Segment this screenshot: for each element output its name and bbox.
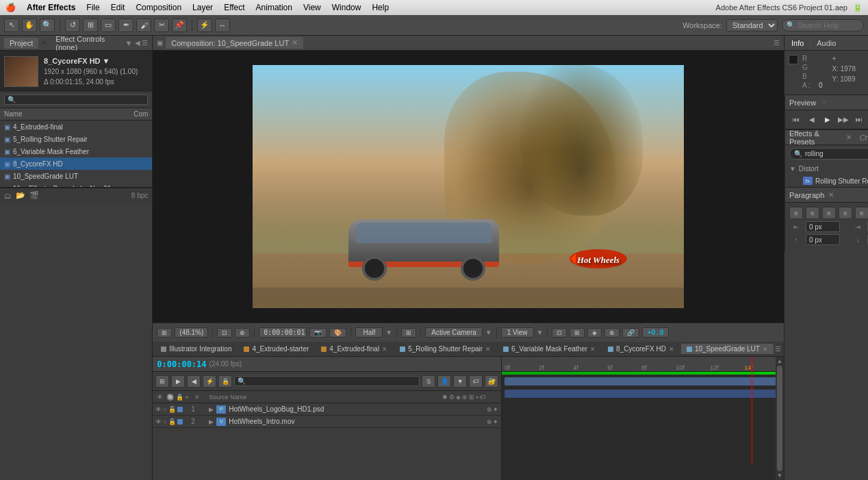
menu-effect[interactable]: Effect	[224, 3, 244, 12]
track-fx-btn[interactable]: ✦	[493, 418, 498, 425]
ctab-4-final[interactable]: 4_Extruded-final ✕	[316, 344, 393, 354]
menu-animation[interactable]: Animation	[256, 3, 292, 12]
justify-center-btn[interactable]: ≡	[855, 207, 868, 219]
file-item-4-extruded-final[interactable]: ▣ 4_Extruded-final	[0, 121, 152, 133]
tl-btn-lock[interactable]: 🔐	[485, 375, 498, 388]
ctab-illustrator[interactable]: Illustrator Integration	[155, 344, 237, 354]
ctab-close[interactable]: ✕	[763, 346, 768, 353]
viewer-btn-c[interactable]: ◈	[587, 328, 602, 338]
tool-rotate[interactable]: ↺	[65, 18, 80, 32]
tool-zoom[interactable]: 🔍	[40, 18, 55, 32]
tl-search-input[interactable]	[234, 376, 420, 386]
track-transform-btn[interactable]: ⊕	[487, 418, 492, 425]
align-right-btn[interactable]: ≡	[822, 207, 836, 219]
playhead[interactable]	[752, 357, 752, 464]
tl-btn-label[interactable]: 🏷	[469, 375, 483, 388]
ctab-4-starter[interactable]: 4_Extruded-starter	[238, 344, 314, 354]
project-search-input[interactable]	[4, 94, 148, 105]
viewer-fit-btn[interactable]: ⊡	[217, 328, 232, 338]
search-input[interactable]	[797, 21, 859, 29]
tl-bar-1[interactable]	[505, 377, 781, 386]
scroll-up-arrow[interactable]: ▲	[777, 358, 782, 364]
effects-search-input[interactable]	[805, 150, 868, 157]
viewer-color-btn[interactable]: 🎨	[329, 328, 346, 338]
tab-project[interactable]: Project	[4, 38, 38, 49]
ctab-close[interactable]: ✕	[382, 346, 387, 353]
work-area-bar[interactable]	[502, 372, 784, 375]
viewer-timecode[interactable]: 0:00:00:01	[259, 327, 307, 338]
timeline-scrollbar[interactable]: ▲ ▼	[776, 357, 784, 480]
workspace-select[interactable]: Standard	[726, 19, 778, 31]
viewer-grid-btn[interactable]: ⊞	[401, 328, 416, 338]
viewer-offset[interactable]: +0.0	[642, 327, 668, 338]
viewer-resize-btn[interactable]: ⊕	[235, 328, 250, 338]
viewer-btn-b[interactable]: ⊞	[570, 328, 585, 338]
apple-menu[interactable]: 🍎	[5, 3, 16, 12]
space-before-field[interactable]	[806, 234, 840, 245]
tool-rect[interactable]: ▭	[101, 18, 116, 32]
project-btn-1[interactable]: 🗂	[4, 192, 12, 200]
timeline-ruler[interactable]: 0f 2f 4f 6f 8f 10f 12f 14f 16f 18f 20f	[502, 357, 784, 372]
menu-window[interactable]: Window	[332, 3, 361, 12]
tool-select[interactable]: ↖	[4, 18, 19, 32]
file-item-10-speedgrade[interactable]: ▣ 10_SpeedGrade LUT	[0, 170, 152, 182]
tl-btn-5[interactable]: 🔒	[218, 375, 232, 388]
tl-bar-2[interactable]	[505, 390, 781, 398]
track-eye-btn[interactable]: 👁	[155, 418, 162, 425]
view-mode-arrow[interactable]: ▼	[537, 329, 544, 336]
tab-audio[interactable]: Audio	[814, 38, 839, 48]
effects-close-icon[interactable]: ✕	[846, 134, 852, 141]
project-btn-3[interactable]: 🎬	[29, 191, 39, 200]
indent-left-field[interactable]	[806, 221, 840, 232]
active-camera-btn[interactable]: Active Camera	[425, 327, 483, 338]
ctab-6-variable[interactable]: 6_Variable Mask Feather ✕	[498, 344, 601, 354]
track-lock-btn[interactable]: 🔓	[168, 418, 176, 425]
ctab-close[interactable]: ✕	[669, 346, 674, 353]
track-expand-btn[interactable]: ▶	[209, 406, 214, 413]
ctab-close[interactable]: ✕	[590, 346, 596, 353]
tl-btn-render[interactable]: ▶	[171, 375, 185, 388]
tab-effect-controls[interactable]: Effect Controls (none)	[50, 34, 122, 53]
justify-left-btn[interactable]: ≡	[839, 207, 852, 219]
tool-pin[interactable]: 📌	[172, 18, 187, 32]
timeline-timecode[interactable]: 0:00:00:14	[157, 359, 206, 369]
preview-last-frame[interactable]: ⏭	[852, 114, 866, 126]
tool-extra2[interactable]: ↔	[215, 18, 230, 32]
file-item-6-variable[interactable]: ▣ 6_Variable Mask Feather	[0, 145, 152, 157]
quality-arrow[interactable]: ▼	[385, 329, 392, 336]
track-fx-btn[interactable]: ✦	[493, 406, 498, 413]
panel-icon-2[interactable]: ☰	[142, 39, 148, 47]
preview-step-back[interactable]: ◀	[805, 114, 819, 126]
ctab-close[interactable]: ✕	[485, 346, 491, 353]
viewer-btn-a[interactable]: ⊡	[552, 328, 567, 338]
ctab-8-cycoreFX[interactable]: 8_CycoreFX HD ✕	[602, 344, 680, 354]
preview-first-frame[interactable]: ⏮	[789, 114, 803, 126]
viewer-quality[interactable]: Half	[355, 327, 383, 338]
track-expand-btn[interactable]: ▶	[209, 418, 214, 425]
tool-paint[interactable]: 🖌	[136, 18, 151, 32]
distort-section-header[interactable]: ▼ Distort	[789, 162, 868, 175]
panel-icon-1[interactable]: ◀	[135, 39, 140, 47]
tool-clone[interactable]: ✂	[154, 18, 169, 32]
file-item-8-cycoreFX[interactable]: ▣ 8_CycoreFX HD	[0, 157, 152, 170]
paragraph-panel-close[interactable]: ✕	[828, 191, 834, 199]
track-eye-btn[interactable]: 👁	[155, 406, 162, 413]
track-solo-btn[interactable]: ○	[163, 406, 166, 413]
tool-pen[interactable]: ✒	[118, 18, 133, 32]
tl-btn-comp[interactable]: ⊞	[155, 375, 169, 388]
file-item-aep[interactable]: ▶ After Effects_BoneshakerNew01.aep	[0, 182, 152, 187]
comp-tabs-menu[interactable]: ☰	[775, 345, 781, 353]
menu-help[interactable]: Help	[372, 3, 389, 12]
tab-effects[interactable]: Effects & Presets	[789, 129, 842, 146]
ctab-5-rolling[interactable]: 5_Rolling Shutter Repair ✕	[394, 344, 496, 354]
viewer-region-btn[interactable]: ⊞	[157, 328, 172, 338]
view-mode-btn[interactable]: 1 View	[501, 327, 534, 338]
project-btn-2[interactable]: 📂	[16, 191, 25, 200]
comp-tab[interactable]: Composition: 10_SpeedGrade LUT ✕	[166, 37, 303, 49]
scroll-down-arrow[interactable]: ▼	[777, 472, 782, 479]
align-center-btn[interactable]: ≡	[806, 207, 819, 219]
tl-btn-3[interactable]: ◀	[187, 375, 201, 388]
track-transform-btn[interactable]: ⊕	[487, 406, 492, 413]
align-left-btn[interactable]: ≡	[789, 207, 803, 219]
rolling-shutter-item[interactable]: fx Rolling Shutter Repair	[789, 175, 868, 187]
